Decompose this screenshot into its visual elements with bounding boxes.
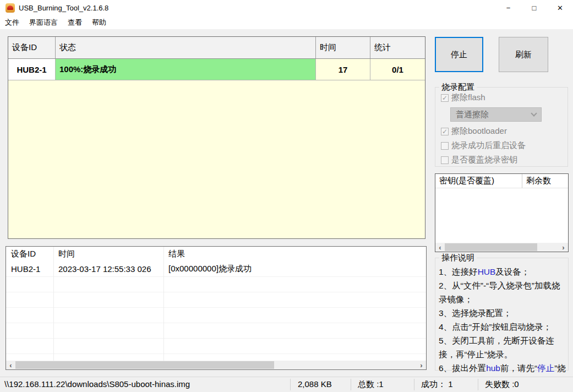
instruction-highlight: HUB [478, 267, 496, 276]
key-table: 密钥(是否覆盖) 剩余数 ‹ › [435, 173, 569, 252]
image-size: 2,088 KB [298, 379, 332, 389]
header-result: 结果 [163, 247, 426, 262]
chevron-down-icon [531, 110, 537, 116]
instruction-highlight: hub [486, 363, 500, 373]
checkbox-icon [441, 142, 449, 150]
log-row[interactable]: HUB2-1 2023-03-17 12:55:33 026 [0x000000… [6, 262, 426, 277]
minimize-button[interactable]: − [495, 0, 521, 15]
header-device-id: 设备ID [6, 247, 53, 262]
erase-mode-value: 普通擦除 [456, 110, 489, 120]
scrollbar-thumb[interactable] [445, 243, 537, 251]
header-status: 状态 [56, 37, 316, 58]
header-stats: 统计 [370, 37, 425, 58]
device-time-cell: 17 [316, 59, 370, 80]
title-bar: USB_Burning_Tool_v2.1.6.8 − □ ✕ [0, 0, 573, 15]
scroll-left-icon[interactable]: ‹ [435, 243, 445, 252]
scrollbar-thumb[interactable] [15, 361, 274, 369]
close-button[interactable]: ✕ [547, 0, 573, 15]
statusbar-divider [290, 379, 291, 390]
checkbox-reboot-after-success[interactable]: 烧录成功后重启设备 [441, 140, 526, 151]
log-row-empty [6, 308, 426, 323]
header-time: 时间 [316, 37, 370, 58]
log-row-empty [6, 277, 426, 292]
log-time: 2023-03-17 12:55:33 026 [53, 262, 163, 276]
device-table-header: 设备ID 状态 时间 统计 [8, 37, 425, 59]
instructions-body: 1、连接好HUB及设备； 2、从“文件”-“导入烧录包”加载烧录镜像； 3、选择… [435, 258, 568, 389]
image-path: \\192.168.111.22\downloads\S805-uboot-hi… [4, 379, 190, 389]
header-remaining: 剩余数 [522, 174, 568, 188]
key-table-scrollbar[interactable]: ‹ › [435, 243, 568, 252]
device-stats-cell: 0/1 [370, 59, 425, 80]
log-row-empty [6, 292, 426, 308]
statusbar-divider [478, 379, 478, 390]
instruction-highlight: 停止 [537, 363, 554, 373]
success-count: 成功： 1 [421, 379, 453, 390]
menu-help[interactable]: 帮助 [87, 18, 111, 28]
instruction-text: 及设备； [495, 267, 530, 276]
log-table: 设备ID 时间 结果 HUB2-1 2023-03-17 12:55:33 02… [6, 246, 427, 370]
scroll-right-icon[interactable]: › [417, 361, 426, 369]
checkbox-icon: ✓ [441, 94, 449, 102]
log-row-empty [6, 323, 426, 339]
instruction-text: 1、连接好 [439, 267, 478, 276]
burn-config-title: 烧录配置 [439, 82, 477, 92]
header-key: 密钥(是否覆盖) [435, 174, 522, 188]
refresh-button[interactable]: 刷新 [499, 37, 548, 72]
stop-button[interactable]: 停止 [435, 37, 483, 72]
device-row[interactable]: HUB2-1 100%:烧录成功 17 0/1 [8, 59, 425, 80]
statusbar-divider [414, 379, 414, 390]
instruction-text: 前，请先“ [500, 363, 537, 373]
log-table-header: 设备ID 时间 结果 [6, 247, 426, 262]
instruction-line: 1、连接好HUB及设备； [439, 265, 566, 279]
device-id-cell: HUB2-1 [8, 59, 56, 80]
header-device-id: 设备ID [8, 37, 56, 58]
status-bar: \\192.168.111.22\downloads\S805-uboot-hi… [0, 377, 573, 392]
column-divider [53, 247, 54, 361]
app-icon-flame [7, 6, 13, 10]
checkbox-erase-bootloader[interactable]: ✓ 擦除bootloader [441, 126, 507, 137]
checkbox-icon [441, 156, 449, 164]
instructions-title: 操作说明 [439, 253, 477, 263]
total-count: 总数 :1 [358, 379, 384, 390]
checkbox-label: 烧录成功后重启设备 [451, 140, 526, 151]
menu-bar: 文件 界面语言 查看 帮助 [0, 15, 573, 29]
menu-language[interactable]: 界面语言 [24, 18, 63, 28]
window-controls: − □ ✕ [495, 0, 573, 15]
statusbar-divider [351, 379, 351, 390]
header-time: 时间 [53, 247, 163, 262]
instruction-line: 4、点击“开始”按钮启动烧录； [439, 320, 566, 334]
burn-config-group: 烧录配置 ✓ 擦除flash 普通擦除 ✓ 擦除bootloader 烧录成功后… [435, 87, 568, 167]
instruction-text: 6、拔出外置 [439, 363, 486, 373]
failed-count: 失败数 :0 [485, 379, 519, 390]
scroll-right-icon[interactable]: › [559, 243, 568, 252]
instruction-line: 2、从“文件”-“导入烧录包”加载烧录镜像； [439, 279, 566, 306]
device-table: 设备ID 状态 时间 统计 HUB2-1 100%:烧录成功 17 0/1 [8, 36, 425, 239]
menu-view[interactable]: 查看 [63, 18, 87, 28]
log-result: [0x00000000]烧录成功 [163, 262, 426, 276]
instruction-line: 3、选择烧录配置； [439, 306, 566, 320]
log-row-empty [6, 339, 426, 354]
app-icon [6, 3, 15, 13]
checkbox-label: 擦除bootloader [451, 126, 507, 137]
log-device-id: HUB2-1 [6, 262, 53, 276]
maximize-button[interactable]: □ [521, 0, 547, 15]
instruction-line: 5、关闭工具前，先断开设备连接，再“停止”烧录。 [439, 334, 566, 361]
log-table-scrollbar[interactable]: ‹ › [6, 361, 426, 369]
checkbox-erase-flash[interactable]: ✓ 擦除flash [441, 92, 485, 103]
column-divider [163, 247, 164, 361]
window-title: USB_Burning_Tool_v2.1.6.8 [19, 4, 108, 12]
key-table-header: 密钥(是否覆盖) 剩余数 [435, 174, 568, 188]
checkbox-label: 擦除flash [451, 92, 485, 103]
checkbox-overwrite-key[interactable]: 是否覆盖烧录密钥 [441, 155, 517, 165]
instructions-group: 操作说明 1、连接好HUB及设备； 2、从“文件”-“导入烧录包”加载烧录镜像；… [435, 258, 569, 371]
device-status-cell: 100%:烧录成功 [56, 59, 316, 80]
scroll-left-icon[interactable]: ‹ [6, 361, 15, 369]
menu-file[interactable]: 文件 [0, 18, 24, 28]
checkbox-label: 是否覆盖烧录密钥 [451, 155, 517, 165]
checkbox-icon: ✓ [441, 128, 449, 135]
erase-mode-dropdown[interactable]: 普通擦除 [450, 107, 542, 122]
